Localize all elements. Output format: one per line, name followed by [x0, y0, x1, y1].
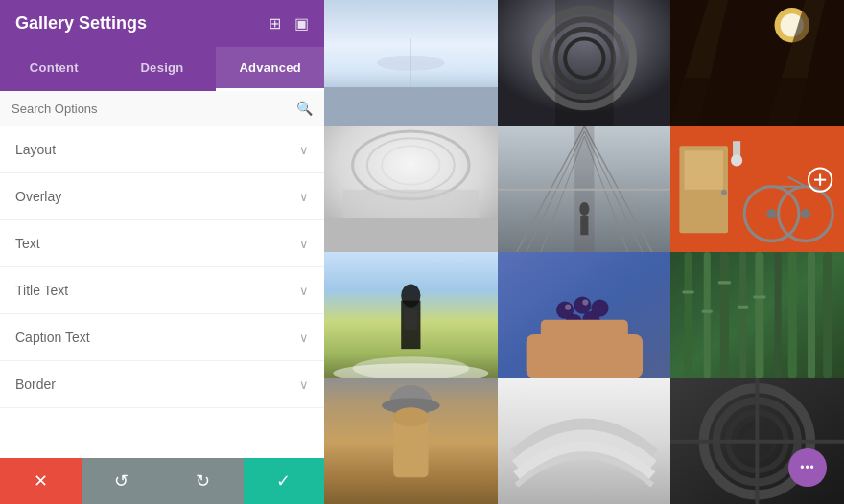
left-panel: Gallery Settings ⊞ ▣ Content Design Adva…: [0, 0, 324, 504]
svg-rect-30: [580, 216, 588, 235]
gallery-item-3[interactable]: [670, 0, 844, 126]
gallery-item-4[interactable]: [324, 126, 498, 253]
gallery-panel: •••: [324, 0, 844, 504]
chevron-down-icon: ∨: [299, 378, 309, 392]
fab-icon: •••: [800, 461, 815, 474]
svg-point-61: [574, 298, 590, 313]
svg-point-60: [557, 303, 573, 318]
tabs-bar: Content Design Advanced: [0, 47, 324, 91]
tab-content[interactable]: Content: [0, 47, 108, 91]
svg-rect-3: [324, 87, 498, 126]
gallery-item-2[interactable]: [498, 0, 671, 126]
gallery-item-6[interactable]: [670, 126, 844, 253]
gallery-item-12[interactable]: [670, 378, 844, 505]
chevron-down-icon: ∨: [299, 331, 309, 345]
svg-point-90: [393, 407, 428, 426]
svg-rect-34: [685, 150, 723, 189]
fab-button[interactable]: •••: [788, 448, 827, 487]
gallery-item-10[interactable]: [324, 378, 498, 505]
svg-rect-13: [670, 78, 844, 126]
gallery-item-8[interactable]: [498, 252, 671, 378]
chevron-down-icon: ∨: [299, 143, 309, 157]
svg-rect-9: [555, 0, 614, 126]
close-button[interactable]: ✕: [0, 458, 82, 504]
gallery-item-5[interactable]: [498, 126, 671, 253]
panel-header: Gallery Settings ⊞ ▣: [0, 0, 324, 47]
svg-point-67: [582, 300, 588, 306]
gallery-grid: [324, 0, 844, 504]
menu-items-list: Layout ∨ Overlay ∨ Text ∨ Title Text ∨ C…: [0, 126, 324, 458]
header-icons: ⊞ ▣: [269, 14, 309, 33]
expand-icon[interactable]: ⊞: [269, 14, 281, 33]
svg-rect-89: [393, 419, 428, 477]
svg-rect-69: [540, 320, 627, 344]
svg-point-49: [401, 284, 420, 307]
svg-point-66: [565, 305, 571, 310]
svg-point-39: [801, 208, 810, 218]
svg-point-37: [731, 154, 742, 166]
bottom-bar: ✕ ↺ ↻ ✓: [0, 458, 324, 504]
svg-rect-85: [670, 252, 844, 378]
menu-item-caption-text[interactable]: Caption Text ∨: [0, 314, 324, 361]
gallery-item-7[interactable]: [324, 252, 498, 378]
menu-item-title-text[interactable]: Title Text ∨: [0, 267, 324, 314]
menu-item-layout[interactable]: Layout ∨: [0, 126, 324, 173]
layout-icon[interactable]: ▣: [294, 14, 309, 33]
redo-button[interactable]: ↻: [162, 458, 244, 504]
menu-item-border[interactable]: Border ∨: [0, 361, 324, 408]
menu-item-overlay[interactable]: Overlay ∨: [0, 173, 324, 220]
gallery-item-9[interactable]: [670, 252, 844, 378]
search-input[interactable]: [12, 102, 296, 116]
svg-point-29: [579, 201, 589, 215]
save-icon: ✓: [276, 470, 291, 492]
redo-icon: ↻: [196, 470, 210, 492]
svg-rect-50: [404, 309, 417, 330]
chevron-down-icon: ∨: [299, 237, 309, 251]
chevron-down-icon: ∨: [299, 190, 309, 204]
gallery-item-11[interactable]: [498, 378, 671, 505]
close-icon: ✕: [34, 470, 48, 492]
tab-design[interactable]: Design: [108, 47, 217, 91]
undo-icon: ↺: [114, 470, 129, 492]
svg-point-41: [767, 208, 777, 218]
panel-title: Gallery Settings: [15, 13, 147, 34]
tab-advanced[interactable]: Advanced: [216, 47, 324, 91]
svg-rect-19: [324, 218, 498, 252]
save-button[interactable]: ✓: [244, 458, 325, 504]
menu-item-text[interactable]: Text ∨: [0, 220, 324, 267]
search-bar: 🔍: [0, 91, 324, 126]
gallery-item-1[interactable]: [324, 0, 498, 126]
chevron-down-icon: ∨: [299, 284, 309, 298]
search-icon: 🔍: [296, 101, 313, 116]
undo-button[interactable]: ↺: [82, 458, 163, 504]
svg-point-35: [721, 189, 727, 195]
